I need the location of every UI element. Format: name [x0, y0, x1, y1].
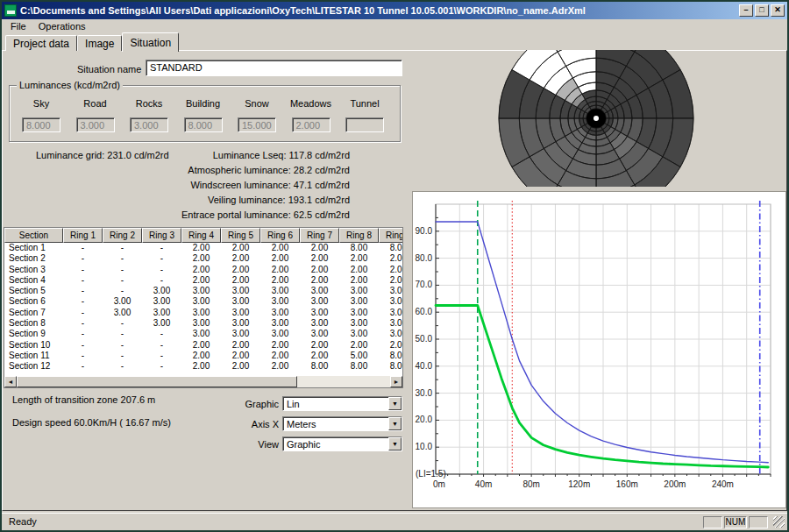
col-header-8[interactable]: Ring 8: [339, 228, 379, 243]
cell: -: [103, 340, 142, 351]
tab-project-data[interactable]: Project data: [5, 35, 77, 51]
col-header-9[interactable]: Ring 9: [379, 228, 403, 243]
status-cell-caps: [703, 516, 722, 528]
table-row-section-12[interactable]: Section 12---2.002.002.008.008.008.00: [4, 361, 402, 372]
scroll-thumb[interactable]: [17, 376, 297, 387]
col-header-4[interactable]: Ring 4: [181, 228, 221, 243]
cell: 3.00: [339, 296, 379, 307]
table-row-section-5[interactable]: Section 5--3.003.003.003.003.003.003.00: [4, 286, 402, 296]
luminance-chart-panel: 10.020.030.040.050.060.070.080.090.00m40…: [412, 191, 786, 508]
cell: 3.00: [221, 296, 260, 307]
table-row-section-3[interactable]: Section 3---2.002.002.002.002.002.00: [4, 265, 402, 275]
cell: 2.00: [339, 275, 379, 286]
table-row-section-11[interactable]: Section 11---2.002.002.002.005.008.00: [4, 351, 402, 361]
luminance-input-road[interactable]: 3.000: [76, 117, 115, 132]
col-header-2[interactable]: Ring 2: [103, 228, 142, 243]
cell: 3.00: [339, 329, 379, 339]
cell: 2.00: [300, 351, 339, 361]
luminance-input-rocks[interactable]: 3.000: [130, 117, 168, 132]
cell: 2.00: [379, 265, 403, 275]
cell: -: [63, 265, 103, 275]
svg-text:120m: 120m: [568, 479, 590, 489]
cell: 2.00: [221, 243, 260, 253]
cell: 8.00: [339, 243, 379, 253]
table-row-section-4[interactable]: Section 4---2.002.002.002.002.002.00: [4, 275, 402, 286]
table-row-section-1[interactable]: Section 1---2.002.002.002.008.008.00: [4, 243, 402, 253]
situation-name-label: Situation name: [77, 64, 141, 74]
col-header-7[interactable]: Ring 7: [300, 228, 339, 243]
scroll-left-button[interactable]: ◄: [4, 376, 17, 387]
cell: -: [63, 275, 103, 286]
minimize-button[interactable]: –: [739, 4, 753, 17]
cell: 2.00: [260, 361, 300, 372]
svg-text:20.0: 20.0: [416, 415, 433, 424]
combo-label-axis-x: Axis X: [226, 419, 279, 429]
cell: -: [63, 296, 103, 307]
luminance-input-building[interactable]: 8.000: [184, 117, 223, 132]
table-horizontal-scrollbar[interactable]: ◄ ►: [4, 375, 402, 387]
combo-graphic[interactable]: Lin▼: [282, 396, 402, 411]
col-header-1[interactable]: Ring 1: [63, 228, 103, 243]
cell: 2.00: [260, 275, 300, 286]
table-row-section-9[interactable]: Section 9---3.003.003.003.003.003.00: [4, 329, 402, 339]
table-row-section-8[interactable]: Section 8--3.003.003.003.003.003.003.00: [4, 318, 402, 329]
resize-grip[interactable]: [773, 516, 785, 528]
maximize-button[interactable]: □: [755, 4, 769, 17]
table-row-section-10[interactable]: Section 10---2.002.002.002.002.002.00: [4, 340, 402, 351]
scroll-right-button[interactable]: ►: [390, 376, 402, 387]
app-icon: [4, 4, 17, 17]
row-label: Section 8: [4, 318, 63, 329]
col-header-5[interactable]: Ring 5: [221, 228, 260, 243]
cell: -: [63, 340, 103, 351]
col-header-0[interactable]: Section: [4, 228, 63, 243]
cell: -: [103, 275, 142, 286]
cell: 3.00: [300, 286, 339, 296]
luminance-input-snow[interactable]: 15.000: [238, 117, 276, 132]
cell: 2.00: [221, 253, 260, 264]
table-row-section-7[interactable]: Section 7-3.003.003.003.003.003.003.003.…: [4, 308, 402, 318]
combo-axis-x[interactable]: Meters▼: [282, 416, 402, 431]
luminance-input-meadows[interactable]: 2.000: [292, 117, 331, 132]
cell: 3.00: [221, 286, 260, 296]
svg-text:80.0: 80.0: [416, 253, 433, 263]
cell: -: [63, 286, 103, 296]
cell: 3.00: [181, 296, 221, 307]
row-label: Section 10: [4, 340, 63, 351]
tab-strip: Project data Image Situation: [5, 32, 179, 51]
cell: -: [103, 329, 142, 339]
table-row-section-2[interactable]: Section 2---2.002.002.002.002.002.00: [4, 253, 402, 264]
tab-situation[interactable]: Situation: [122, 32, 179, 52]
luminance-label-building: Building: [177, 98, 230, 109]
table-row-section-6[interactable]: Section 6-3.003.003.003.003.003.003.003.…: [4, 296, 402, 307]
cell: 2.00: [221, 275, 260, 286]
row-label: Section 2: [4, 253, 63, 264]
cell: 3.00: [300, 318, 339, 329]
cell: 3.00: [181, 308, 221, 318]
col-header-3[interactable]: Ring 3: [142, 228, 181, 243]
cell: 3.00: [379, 308, 403, 318]
chevron-down-icon[interactable]: ▼: [388, 417, 402, 430]
luminance-input-tunnel[interactable]: [345, 117, 384, 132]
combo-view[interactable]: Graphic▼: [282, 436, 402, 451]
cell: 2.00: [181, 275, 221, 286]
chevron-down-icon[interactable]: ▼: [388, 397, 402, 410]
cell: 3.00: [221, 308, 260, 318]
close-button[interactable]: ✕: [771, 4, 785, 17]
cell: 2.00: [339, 253, 379, 264]
combo-label-graphic: Graphic: [226, 399, 279, 409]
cell: -: [63, 318, 103, 329]
cell: 3.00: [300, 308, 339, 318]
cell: 8.00: [379, 361, 403, 372]
luminance-input-sky[interactable]: 8.000: [22, 117, 60, 132]
cell: 2.00: [379, 340, 403, 351]
chevron-down-icon[interactable]: ▼: [388, 437, 402, 450]
tab-image[interactable]: Image: [77, 35, 122, 51]
cell: -: [142, 340, 181, 351]
cell: 2.00: [221, 265, 260, 275]
luminance-label-snow: Snow: [231, 98, 283, 109]
situation-name-input[interactable]: STANDARD: [146, 60, 402, 76]
cell: 3.00: [181, 318, 221, 329]
col-header-6[interactable]: Ring 6: [260, 228, 300, 243]
cell: 2.00: [260, 265, 300, 275]
row-label: Section 7: [4, 308, 63, 318]
